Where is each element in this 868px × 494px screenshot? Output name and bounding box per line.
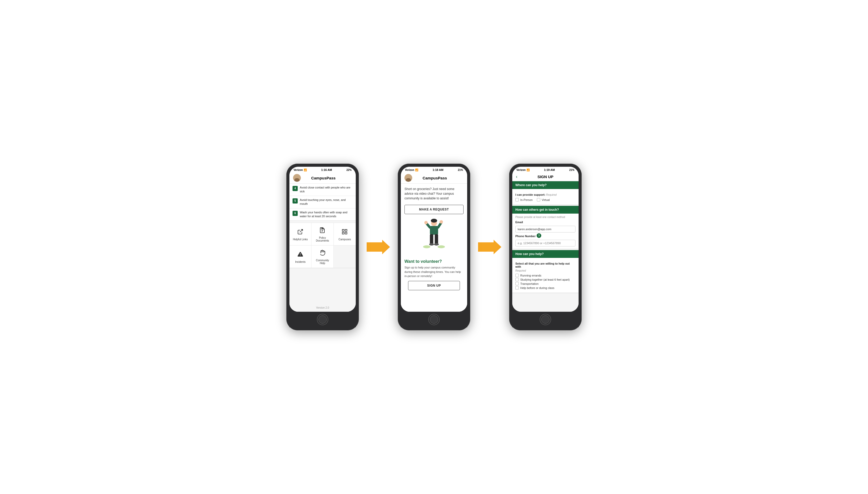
make-request-button[interactable]: MAKE A REQUEST [404, 205, 464, 214]
svg-point-9 [431, 219, 437, 223]
help-options-label: Select all that you are willing to help … [515, 262, 575, 268]
status-left-3: Verizon 📶 [516, 169, 530, 171]
help-class-checkbox[interactable] [515, 286, 519, 289]
home-btn-area-3 [512, 312, 578, 327]
arrow-head-1 [382, 240, 390, 254]
battery-1: 22% [347, 169, 352, 171]
phone-input[interactable] [515, 240, 575, 246]
inperson-checkbox[interactable] [515, 198, 519, 202]
virtual-label: Virtual [542, 198, 550, 202]
time-2: 1:18 AM [432, 168, 443, 171]
hand-icon [319, 250, 326, 258]
section-header-3: How can you help? [512, 250, 578, 258]
home-button-3[interactable] [540, 314, 551, 325]
transportation-label: Transportation [520, 282, 539, 285]
battery-3: 21% [569, 169, 574, 171]
scene: Verizon 📶 1:16 AM 22% CampusPass [286, 164, 582, 330]
time-1: 1:16 AM [321, 168, 332, 171]
list-text-6: Wash your hands often with soap and wate… [300, 210, 353, 218]
back-button-3[interactable]: ‹ [516, 174, 522, 179]
home-btn-area-2 [401, 312, 467, 327]
support-label: I can provide support: Required [515, 193, 575, 196]
form-section-1: I can provide support: Required In-Perso… [512, 189, 578, 206]
icon-grid-1: Helpful Links Policy Documents [290, 223, 356, 268]
status-bar-1: Verizon 📶 1:16 AM 22% [290, 167, 356, 172]
support-required: Required [546, 193, 557, 196]
icon-helpful-links[interactable]: Helpful Links [290, 223, 311, 245]
arrow-rect-1 [367, 242, 382, 252]
errands-checkbox[interactable] [515, 274, 519, 277]
app-header-1: CampusPass [290, 172, 356, 184]
transportation-checkbox[interactable] [515, 282, 519, 285]
icon-policy-docs[interactable]: Policy Documents [311, 223, 333, 245]
building-icon [341, 229, 348, 236]
intro-text-2: Short on groceries? Just need some advic… [401, 184, 467, 203]
app-title-3: SIGN UP [522, 174, 569, 179]
icon-incidents[interactable]: Incidents [290, 245, 311, 268]
phone-2: Verizon 📶 1:18 AM 21% CampusPass Short o… [398, 164, 470, 330]
errands-option[interactable]: Running errands [515, 274, 575, 277]
policy-docs-label: Policy Documents [314, 236, 331, 242]
phone-label-row: Phone Number ? [515, 232, 575, 239]
studying-option[interactable]: Studying together (at least 6 feet apart… [515, 278, 575, 281]
volunteer-figure [401, 218, 467, 254]
arrow-rect-2 [478, 242, 494, 252]
virtual-option[interactable]: Virtual [537, 198, 550, 202]
campuses-label: Campuses [338, 238, 351, 241]
list-item-4: 4 Avoid close contact with people who ar… [290, 184, 356, 196]
wifi-icon-3: 📶 [527, 169, 530, 171]
virtual-checkbox[interactable] [537, 198, 540, 202]
volunteer-illustration [419, 218, 449, 254]
phone-label: Phone Number [515, 234, 536, 238]
svg-rect-4 [345, 232, 347, 234]
avatar-2 [404, 174, 412, 182]
time-3: 1:19 AM [544, 168, 555, 171]
help-class-option[interactable]: Help before or during class [515, 286, 575, 289]
document-icon [319, 227, 326, 235]
home-btn-inner-2 [430, 315, 438, 324]
home-btn-area-1 [290, 312, 356, 327]
svg-rect-2 [342, 229, 344, 231]
svg-point-19 [423, 245, 430, 248]
icon-community-help[interactable]: Community Help [311, 245, 333, 268]
contact-subtitle: Please provide at least one contact meth… [515, 216, 575, 218]
inperson-label: In-Person [520, 198, 533, 202]
list-num-5: 5 [293, 198, 298, 204]
avatar-body-1 [294, 178, 299, 182]
wifi-icon-1: 📶 [304, 169, 307, 171]
battery-val-3: 21% [569, 169, 574, 171]
svg-rect-15 [430, 234, 433, 244]
home-button-2[interactable] [428, 314, 440, 325]
icon-campuses[interactable]: Campuses [334, 223, 356, 245]
section-header-2: How can others get in touch? [512, 206, 578, 214]
email-input[interactable] [515, 226, 575, 232]
phone-3: Verizon 📶 1:19 AM 21% ‹ SIGN UP Where ca… [509, 164, 582, 330]
home-button-1[interactable] [317, 314, 328, 325]
studying-checkbox[interactable] [515, 278, 519, 281]
volunteer-heading: Want to volunteer? [404, 259, 464, 264]
info-icon[interactable]: ? [537, 233, 541, 238]
list-section-1: 4 Avoid close contact with people who ar… [290, 184, 356, 221]
home-btn-inner-3 [541, 315, 550, 324]
arrow-body-2 [478, 240, 501, 254]
status-left-2: Verizon 📶 [405, 169, 418, 171]
screen-content-2: Short on groceries? Just need some advic… [401, 184, 467, 312]
list-text-4: Avoid close contact with people who are … [300, 186, 353, 194]
svg-line-0 [300, 229, 303, 232]
svg-rect-10 [430, 226, 438, 235]
svg-rect-1 [321, 228, 322, 229]
help-class-label: Help before or during class [520, 286, 554, 289]
studying-label: Studying together (at least 6 feet apart… [520, 278, 570, 281]
battery-2: 21% [458, 169, 463, 171]
inperson-option[interactable]: In-Person [515, 198, 533, 202]
battery-val-2: 21% [458, 169, 463, 171]
community-help-label: Community Help [314, 259, 331, 265]
avatar-body-2 [406, 178, 411, 182]
arrow-body-1 [367, 240, 390, 254]
form-section-2: Please provide at least one contact meth… [512, 214, 578, 250]
sign-up-button[interactable]: SIGN UP [408, 281, 460, 290]
status-bar-3: Verizon 📶 1:19 AM 21% [512, 167, 578, 172]
transportation-option[interactable]: Transportation [515, 282, 575, 285]
svg-point-13 [440, 220, 443, 224]
email-label: Email [515, 221, 575, 224]
